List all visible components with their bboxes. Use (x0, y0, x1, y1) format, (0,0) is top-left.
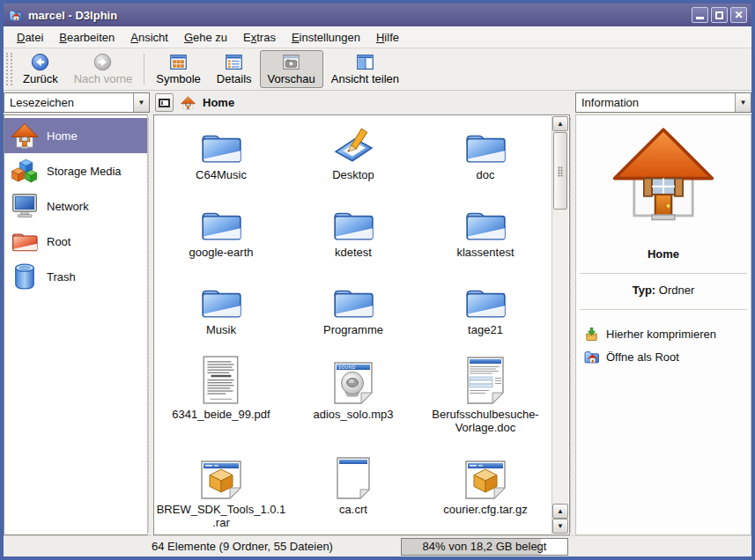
details-list-icon (224, 53, 244, 71)
menu-extras[interactable]: Extras (235, 28, 284, 47)
info-title: Home (576, 247, 751, 261)
folder-home-red-icon (584, 350, 599, 365)
folder-icon (463, 197, 507, 243)
file-item[interactable]: Desktop (287, 120, 419, 197)
sound-file-icon (333, 352, 374, 405)
file-item[interactable]: Programme (287, 275, 419, 352)
divider (580, 309, 747, 310)
file-item[interactable]: adios_solo.mp3 (287, 352, 419, 451)
menu-gehe-zu[interactable]: Gehe zu (176, 28, 235, 47)
file-item[interactable]: kdetest (287, 197, 419, 275)
location-edit-toggle-button[interactable] (155, 93, 174, 112)
maximize-icon (715, 11, 723, 19)
desktop-folder-icon (331, 120, 375, 166)
navigation-row: Lesezeichen ▼ Home Information ▼ (4, 91, 751, 114)
menubar: Datei Bearbeiten Ansicht Gehe zu Extras … (4, 26, 751, 48)
bookmarks-combobox[interactable]: Lesezeichen ▼ (4, 92, 150, 113)
storage-cubes-icon (11, 157, 39, 185)
archive-icon (464, 451, 507, 500)
vertical-scrollbar[interactable]: ▲ ▲ ▼ (551, 116, 568, 534)
titlebar[interactable]: marcel - D3lphin ✕ (4, 4, 751, 26)
menu-datei[interactable]: Datei (9, 28, 51, 47)
folder-icon (463, 120, 507, 166)
file-view: C64Music Desktop doc google-earth kdetes… (153, 114, 570, 535)
folder-icon (331, 275, 375, 321)
trash-can-icon (11, 262, 39, 291)
bookmarks-sidebar: Home Storage Media Network Root Trash (4, 114, 148, 535)
file-item[interactable]: BREW_SDK_Tools_1.0.1.rar (155, 451, 287, 535)
maximize-button[interactable] (711, 7, 728, 23)
forward-arrow-orb-icon (93, 53, 113, 71)
camera-preview-icon (281, 53, 301, 71)
root-red-folder-icon (11, 227, 39, 255)
content-area: Home Storage Media Network Root Trash (4, 114, 751, 535)
sidebar-item-network[interactable]: Network (4, 188, 147, 224)
url-navigator: Home (150, 93, 575, 112)
preview-button[interactable]: Vorschau (260, 50, 323, 88)
details-view-button[interactable]: Details (209, 50, 260, 88)
divider (580, 273, 747, 274)
chevron-down-icon[interactable]: ▼ (133, 93, 149, 112)
folder-icon (463, 275, 507, 321)
menu-ansicht[interactable]: Ansicht (122, 28, 176, 47)
home-house-icon (11, 122, 39, 150)
toolbar-drag-handle[interactable] (6, 53, 12, 85)
file-item[interactable]: ca.crt (287, 451, 419, 535)
split-view-button[interactable]: Ansicht teilen (323, 50, 407, 88)
file-item[interactable]: tage21 (419, 275, 551, 352)
back-button[interactable]: Zurück (15, 50, 66, 88)
file-grid: C64Music Desktop doc google-earth kdetes… (155, 115, 551, 534)
file-item[interactable]: courier.cfg.tar.gz (419, 451, 551, 535)
forward-button[interactable]: Nach vorne (66, 50, 140, 88)
menu-einstellungen[interactable]: Einstellungen (284, 28, 368, 47)
close-icon: ✕ (734, 10, 743, 20)
information-panel: Home Typ: Ordner Hierher komprimieren Öf… (575, 114, 751, 535)
sidebar-item-root[interactable]: Root (4, 224, 147, 259)
compress-here-action[interactable]: Hierher komprimieren (584, 322, 751, 345)
folder-icon (331, 197, 375, 243)
file-item[interactable]: Berufsschulbesuche-Vorlage.doc (419, 352, 551, 451)
menu-hilfe[interactable]: Hilfe (368, 28, 407, 47)
archive-icon (200, 451, 242, 500)
folder-icon (199, 197, 243, 243)
info-type-row: Typ: Ordner (576, 284, 751, 297)
scroll-up-button[interactable]: ▲ (552, 116, 568, 131)
file-item[interactable]: 6341_beide_99.pdf (155, 352, 287, 451)
certificate-file-icon (336, 451, 371, 500)
window-title: marcel - D3lphin (28, 9, 689, 22)
scroll-up-button[interactable]: ▲ (552, 504, 568, 519)
open-as-root-action[interactable]: Öffne als Root (584, 345, 751, 368)
file-item[interactable]: doc (419, 120, 551, 197)
file-item[interactable]: Musik (155, 275, 287, 352)
icon-view-button[interactable]: Symbole (148, 50, 209, 88)
statusbar: 64 Elemente (9 Ordner, 55 Dateien) 84% v… (4, 535, 751, 556)
sidebar-item-trash[interactable]: Trash (4, 259, 147, 294)
panel-mode-combobox[interactable]: Information ▼ (575, 92, 751, 113)
doc-preview-icon (466, 352, 505, 405)
network-monitor-icon (11, 192, 39, 220)
back-arrow-orb-icon (30, 53, 50, 71)
file-item[interactable]: google-earth (155, 197, 287, 275)
minimize-icon (696, 17, 704, 19)
info-actions: Hierher komprimieren Öffne als Root (576, 322, 751, 368)
close-button[interactable]: ✕ (730, 7, 747, 23)
scrollbar-thumb[interactable] (553, 132, 567, 210)
minimize-button[interactable] (692, 7, 708, 23)
file-item[interactable]: klassentest (419, 197, 551, 275)
sidebar-item-home[interactable]: Home (4, 118, 147, 153)
menu-bearbeiten[interactable]: Bearbeiten (51, 28, 122, 47)
icon-view-icon (168, 53, 189, 71)
home-house-icon (611, 124, 715, 223)
capacity-text: 84% von 18,2 GB belegt (402, 539, 567, 555)
sidebar-item-storage-media[interactable]: Storage Media (4, 153, 147, 188)
home-icon (181, 96, 196, 110)
pdf-preview-icon (203, 352, 240, 405)
folder-icon (199, 275, 243, 321)
folder-home-icon (8, 9, 23, 22)
package-compress-icon (584, 327, 599, 342)
scroll-down-button[interactable]: ▼ (552, 519, 568, 534)
chevron-down-icon[interactable]: ▼ (735, 93, 751, 112)
breadcrumb-home[interactable]: Home (203, 96, 234, 109)
file-item[interactable]: C64Music (155, 120, 287, 197)
toolbar: Zurück Nach vorne Symbole Details Vorsch… (4, 48, 751, 91)
